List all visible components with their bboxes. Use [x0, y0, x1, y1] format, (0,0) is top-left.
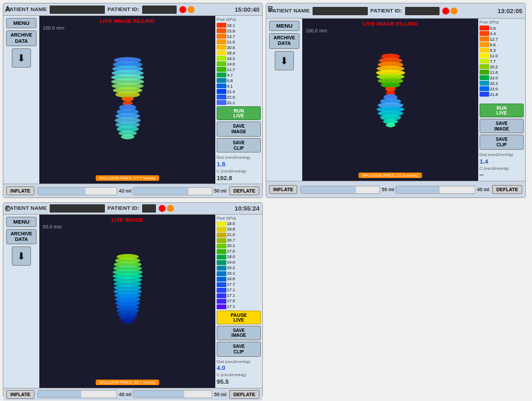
color-scale-item: 11.7 [217, 67, 261, 72]
patient-id-label-b: PATIENT ID: [371, 8, 402, 14]
red-indicator-a [179, 6, 186, 13]
panel-c: C PATIENT NAME PATIENT ID: 10:55:24 MENU… [3, 202, 263, 398]
color-scale-item: 15.2 [217, 266, 261, 271]
regal-label-b: Psat (kPa) [480, 20, 524, 24]
color-scale-item: 13.7 [217, 34, 261, 39]
red-indicator-b [442, 8, 449, 14]
color-scale-item: 14.0 [217, 61, 261, 66]
download-icon-a[interactable]: ⬇ [12, 48, 31, 68]
red-indicator-c [159, 205, 166, 212]
header-icons-c [159, 205, 174, 212]
color-scale-item: 18.4 [217, 50, 261, 55]
download-icon-b[interactable]: ⬇ [275, 51, 294, 70]
color-scale-item: 4.4 [480, 31, 524, 36]
save-image-button-b[interactable]: SAVEIMAGE [480, 119, 524, 134]
archive-button-b[interactable]: ARCHIVEDATA [269, 33, 299, 49]
color-scale-item: 21.4 [217, 89, 261, 94]
dist-value-a: 1.8 [217, 161, 261, 169]
archive-button-c[interactable]: ARCHIVEDATA [6, 229, 37, 245]
measurement-b: 160.0 mm [306, 28, 327, 33]
patient-id-b [405, 7, 440, 15]
balloon-a [100, 45, 155, 155]
live-image-label-b: LIVE IMAGE FILLING [363, 21, 418, 27]
orange-indicator-a [188, 6, 195, 13]
color-scale-c: 18.519.821.020.720.117.018.014.015.216.1… [217, 222, 261, 309]
save-image-button-c[interactable]: SAVEIMAGE [217, 326, 261, 341]
regal-label-c: Psat (kPa) [217, 216, 261, 220]
syringe-c1 [37, 390, 117, 398]
inflate-button-b[interactable]: INFLATE [269, 185, 297, 194]
time-b: 13:02:05 [497, 8, 522, 14]
syringe-b1 [300, 186, 380, 194]
patient-name-label-c: PATIENT NAME [6, 205, 47, 211]
patient-id-label-a: PATIENT ID: [108, 6, 139, 12]
inflate-button-c[interactable]: INFLATE [6, 390, 35, 399]
patient-name-c [50, 204, 105, 213]
color-scale-item: 16.2 [217, 56, 261, 61]
dist-c-values-b: Dist (mm2/mmHg) 1.4 C (mm3/mmHg) -- [480, 153, 524, 179]
sidebar-right-a: Psat (kPa) 18.115.913.711.520.618.416.21… [215, 16, 262, 184]
svg-point-27 [385, 86, 395, 91]
menu-button-a[interactable]: MENU [6, 18, 37, 28]
color-scale-item: 17.0 [217, 249, 261, 254]
color-scale-item: 4.7 [217, 72, 261, 77]
panel-b: B PATIENT NAME PATIENT ID: 13:02:05 MENU… [266, 3, 526, 198]
save-clip-button-a[interactable]: SAVECLIP [217, 138, 261, 153]
inflate-button-a[interactable]: INFLATE [6, 186, 35, 195]
color-scale-item: 14.0 [217, 260, 261, 265]
pause-live-button-c[interactable]: PAUSELIVE [217, 311, 261, 324]
save-clip-button-b[interactable]: SAVECLIP [480, 135, 524, 150]
balloon-pres-c: BALLOON PRES: 38.7 mmHg [95, 380, 159, 385]
panel-c-label: C [5, 204, 10, 213]
panel-a-footer: INFLATE 43 ml 50 ml DEFLATE [3, 184, 262, 197]
download-icon-c[interactable]: ⬇ [12, 246, 31, 266]
menu-button-b[interactable]: MENU [269, 21, 299, 31]
color-scale-item: 11.5 [217, 39, 261, 44]
syringe-b2 [395, 186, 475, 194]
color-scale-item: 9.1 [217, 84, 261, 88]
image-area-a: LIVE IMAGE FILLING 160.0 mm [39, 16, 215, 184]
color-scale-item: 18.0 [217, 255, 261, 260]
color-scale-item: 18.5 [217, 222, 261, 226]
color-scale-item: 17.1 [217, 293, 261, 298]
color-scale-item: 10.2 [480, 64, 524, 69]
menu-button-c[interactable]: MENU [6, 217, 37, 227]
patient-name-a [50, 6, 105, 14]
patient-id-c [142, 204, 156, 213]
svg-point-18 [121, 134, 135, 139]
save-clip-button-c[interactable]: SAVECLIP [217, 342, 261, 357]
deflate-button-a[interactable]: DEFLATE [229, 186, 259, 195]
save-image-button-a[interactable]: SAVEIMAGE [217, 121, 261, 137]
image-area-b: LIVE IMAGE FILLING 160.0 mm [302, 19, 478, 181]
syringe-area-b: 50 ml 40 ml [300, 186, 489, 194]
c-label-a: C (mm3/mmHg) [217, 169, 261, 175]
panel-a-label: A [5, 5, 10, 13]
sidebar-left-b: MENU ARCHIVEDATA ⬇ [266, 19, 302, 181]
sidebar-right-b: Psat (kPa) 5.94.412.78.69.311.07.710.211… [478, 19, 525, 181]
measurement-a: 160.0 mm [43, 26, 64, 30]
c-value-b: -- [480, 171, 524, 179]
deflate-button-b[interactable]: DEFLATE [492, 185, 522, 194]
header-icons-b [442, 8, 457, 14]
color-scale-item: 5.8 [217, 78, 261, 83]
dist-c-values-c: Dist (mm2/mmHg) 4.0 C (mm3/mmHg) 95.5 [217, 360, 261, 387]
time-a: 15:00:40 [235, 6, 259, 13]
archive-button-a[interactable]: ARCHIVEDATA [6, 30, 37, 46]
syringe-c2 [132, 390, 213, 398]
color-scale-item: 21.0 [217, 95, 261, 99]
color-scale-item: 21.0 [217, 233, 261, 237]
patient-name-label-a: PATIENT NAME [6, 6, 47, 12]
main-container: A PATIENT NAME PATIENT ID: 15:00:40 MENU… [0, 0, 532, 401]
panel-b-header: PATIENT NAME PATIENT ID: 13:02:05 [266, 3, 525, 19]
sidebar-right-c: Psat (kPa) 18.519.821.020.720.117.018.01… [215, 215, 262, 388]
deflate-button-c[interactable]: DEFLATE [229, 390, 259, 399]
dist-label-c: Dist (mm2/mmHg) [217, 360, 261, 365]
c-value-a: 192.8 [217, 175, 261, 183]
color-scale-item: 11.0 [480, 53, 524, 58]
live-image-label-c: LIVE IMAGE [111, 217, 143, 223]
run-live-button-a[interactable]: RUNLIVE [217, 106, 261, 120]
balloon-pres-a: BALLOON PRES: 17.7 mmHg [95, 175, 159, 181]
run-live-button-b[interactable]: RUNLIVE [480, 104, 524, 117]
color-scale-item: 22.0 [480, 86, 524, 91]
color-scale-item: 22.2 [480, 81, 524, 86]
